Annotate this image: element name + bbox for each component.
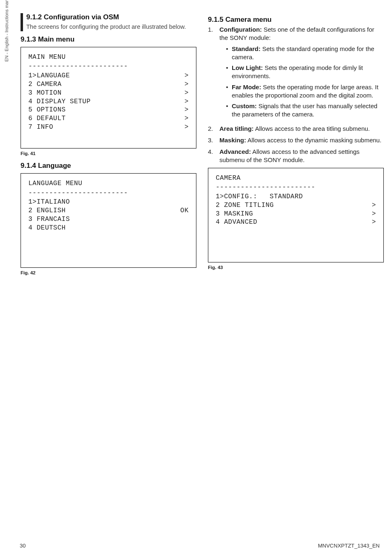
osd-row-left: 3 FRANCAIS bbox=[28, 215, 70, 224]
osd-title: MAIN MENU bbox=[28, 53, 189, 62]
heading-913: 9.1.3 Main menu bbox=[21, 35, 196, 44]
item-text: Configuration: Sets one of the default c… bbox=[219, 26, 384, 121]
item-number: 4. bbox=[208, 148, 219, 165]
osd-row: 1>CONFIG.: STANDARD bbox=[216, 193, 376, 201]
fig-caption-43: Fig. 43 bbox=[208, 265, 384, 270]
right-column: 9.1.5 Camera menu 1. Configuration: Sets… bbox=[208, 13, 384, 281]
osd-row-left: 4 DEUTSCH bbox=[28, 224, 66, 232]
item-lead-bold: Area titling: bbox=[219, 125, 254, 132]
fig-caption-42: Fig. 42 bbox=[21, 270, 196, 275]
sub-bullets: Standard: Sets the standard operating mo… bbox=[219, 45, 384, 119]
osd-row-left: 5 OPTIONS bbox=[28, 106, 66, 114]
item-text: Advanced: Allows access to the advanced … bbox=[219, 148, 384, 165]
item-text: Masking: Allows access to the dynamic ma… bbox=[219, 136, 384, 144]
osd-row: 3 FRANCAIS bbox=[28, 215, 189, 224]
osd-row-left: 2 CAMERA bbox=[28, 80, 62, 89]
osd-row: 3 MASKING> bbox=[216, 210, 376, 218]
bullet-bold: Low Light: bbox=[232, 64, 263, 71]
osd-camera-menu: CAMERA ------------------------ 1>CONFIG… bbox=[208, 168, 384, 262]
osd-row: 1>ITALIANO bbox=[28, 198, 189, 207]
left-column: 9.1.2 Configuration via OSM The screens … bbox=[12, 13, 196, 281]
side-tab-label: EN - English - Instructions manual bbox=[4, 0, 9, 62]
osd-row-left: 1>CONFIG.: STANDARD bbox=[216, 193, 303, 201]
list-item: 2. Area titling: Allows access to the ar… bbox=[208, 125, 384, 133]
osd-language-menu: LANGUAGE MENU ------------------------ 1… bbox=[21, 173, 196, 268]
osd-row-left: 6 DEFAULT bbox=[28, 114, 66, 123]
osd-row-left: 2 ENGLISH bbox=[28, 207, 66, 215]
item-number: 1. bbox=[208, 26, 219, 121]
osd-row: 4 DISPLAY SETUP> bbox=[28, 97, 189, 106]
page-content: 9.1.2 Configuration via OSM The screens … bbox=[0, 0, 392, 302]
osd-row-left: 1>ITALIANO bbox=[28, 198, 70, 207]
osd-row: 4 ADVANCED> bbox=[216, 218, 376, 227]
osd-row: 2 ENGLISHOK bbox=[28, 207, 189, 215]
osd-row-right: > bbox=[184, 114, 189, 123]
osd-row-left: 1>LANGUAGE bbox=[28, 72, 70, 80]
item-lead-bold: Configuration: bbox=[219, 26, 262, 33]
heading-912: 9.1.2 Configuration via OSM bbox=[26, 13, 196, 21]
osd-row: 3 MOTION> bbox=[28, 89, 189, 97]
osd-row-right: > bbox=[372, 218, 376, 227]
bullet-bold: Standard: bbox=[232, 45, 261, 52]
osd-row: 2 ZONE TITLING> bbox=[216, 201, 376, 210]
osd-row-right: > bbox=[184, 106, 189, 114]
doc-id: MNVCNXPTZT_1343_EN bbox=[318, 543, 380, 549]
osd-row: 4 DEUTSCH bbox=[28, 224, 189, 232]
osd-row-right: > bbox=[184, 123, 189, 132]
osd-title: LANGUAGE MENU bbox=[28, 179, 189, 188]
item-number: 3. bbox=[208, 136, 219, 144]
page-footer: 30 MNVCNXPTZT_1343_EN bbox=[20, 543, 380, 549]
heading-914: 9.1.4 Language bbox=[21, 162, 196, 170]
osd-row-right: OK bbox=[180, 207, 189, 215]
bullet-bold: Far Mode: bbox=[232, 84, 261, 91]
osd-row-left: 7 INFO bbox=[28, 123, 53, 132]
item-number: 2. bbox=[208, 125, 219, 133]
osd-row-right: > bbox=[184, 72, 189, 80]
list-item: 3. Masking: Allows access to the dynamic… bbox=[208, 136, 384, 144]
section-912: 9.1.2 Configuration via OSM The screens … bbox=[21, 13, 196, 31]
page-number: 30 bbox=[20, 543, 25, 549]
osd-row-left: 4 ADVANCED bbox=[216, 218, 257, 227]
osd-main-menu: MAIN MENU ------------------------ 1>LAN… bbox=[21, 47, 196, 149]
osd-title: CAMERA bbox=[216, 174, 376, 183]
bullet-bold: Custom: bbox=[232, 102, 257, 109]
intro-912: The screens for configuring the product … bbox=[26, 23, 196, 31]
osd-row-right: > bbox=[184, 89, 189, 97]
osd-rule: ------------------------ bbox=[216, 183, 376, 192]
bullet-item: Far Mode: Sets the operating mode for la… bbox=[226, 83, 384, 100]
item-lead-text: Allows access to the dynamic masking sub… bbox=[246, 137, 381, 144]
list-item: 4. Advanced: Allows access to the advanc… bbox=[208, 148, 384, 165]
bullet-item: Standard: Sets the standard operating mo… bbox=[226, 45, 384, 62]
item-lead-bold: Masking: bbox=[219, 137, 246, 144]
osd-row: 5 OPTIONS> bbox=[28, 106, 189, 114]
fig-caption-41: Fig. 41 bbox=[21, 151, 196, 156]
osd-row-left: 3 MOTION bbox=[28, 89, 62, 97]
list-item: 1. Configuration: Sets one of the defaul… bbox=[208, 26, 384, 121]
item-text: Area titling: Allows access to the area … bbox=[219, 125, 384, 133]
osd-rule: ------------------------ bbox=[28, 189, 189, 197]
item-lead-text: Allows access to the area titling submen… bbox=[254, 125, 370, 132]
osd-rule: ------------------------ bbox=[28, 62, 189, 71]
osd-row-right: > bbox=[372, 201, 376, 210]
camera-menu-list: 1. Configuration: Sets one of the defaul… bbox=[208, 26, 384, 165]
bullet-item: Low Light: Sets the operating mode for d… bbox=[226, 64, 384, 81]
osd-row-left: 2 ZONE TITLING bbox=[216, 201, 274, 210]
osd-row: 6 DEFAULT> bbox=[28, 114, 189, 123]
osd-row-right: > bbox=[372, 210, 376, 218]
osd-row: 1>LANGUAGE> bbox=[28, 72, 189, 80]
osd-row-right: > bbox=[184, 97, 189, 106]
osd-row: 7 INFO> bbox=[28, 123, 189, 132]
bullet-item: Custom: Signals that the user has manual… bbox=[226, 102, 384, 119]
heading-915: 9.1.5 Camera menu bbox=[208, 16, 384, 24]
osd-row-left: 3 MASKING bbox=[216, 210, 253, 218]
osd-row-right: > bbox=[184, 80, 189, 89]
osd-row: 2 CAMERA> bbox=[28, 80, 189, 89]
osd-row-left: 4 DISPLAY SETUP bbox=[28, 97, 91, 106]
item-lead-bold: Advanced: bbox=[219, 148, 251, 155]
